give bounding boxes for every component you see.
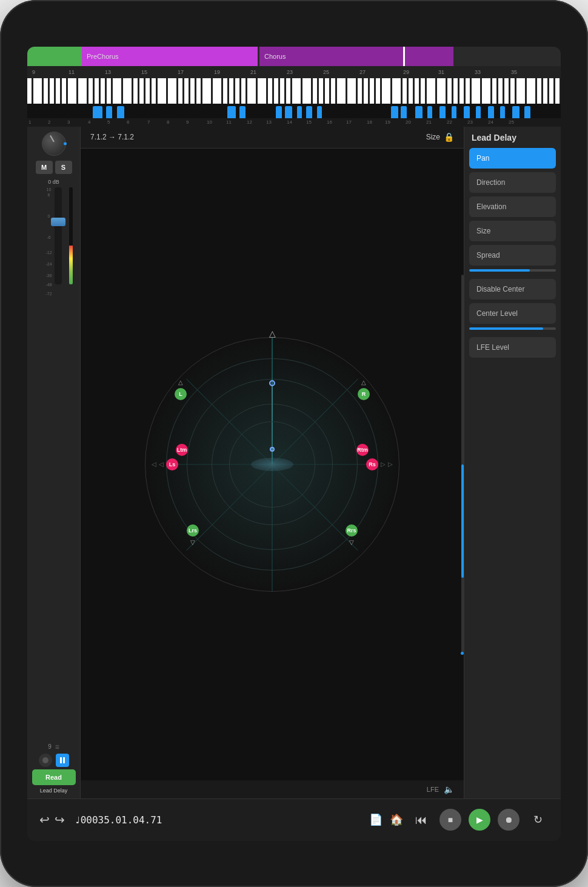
stop-icon: ■ — [448, 815, 453, 825]
panner-area: 7.1.2 → 7.1.2 Size 🔒 — [81, 127, 464, 798]
panner-footer: LFE 🔈 — [81, 780, 464, 798]
speaker-L-label: L — [175, 388, 187, 400]
beat-9: 9 — [32, 69, 35, 75]
beat-31: 31 — [438, 69, 444, 75]
speaker-Ltm[interactable]: Ltm — [176, 444, 188, 456]
automation-read-button[interactable]: Read — [32, 769, 76, 785]
size-label: Size — [476, 227, 490, 235]
loop-button[interactable]: ↻ — [527, 809, 549, 831]
scrollbar-v[interactable] — [461, 275, 464, 654]
playhead — [403, 47, 405, 66]
home-icon[interactable]: 🏠 — [390, 813, 403, 826]
speaker-Lrs-label: Lrs — [187, 524, 199, 537]
midi-note — [391, 106, 398, 119]
speaker-L-arrow: △ — [178, 379, 183, 386]
level-meter — [69, 187, 73, 284]
midi-note — [297, 106, 302, 119]
solo-button[interactable]: S — [55, 161, 72, 174]
pan-button[interactable]: Pan — [469, 148, 556, 169]
disable-center-button[interactable]: Disable Center — [469, 279, 556, 300]
speaker-Lrs[interactable]: Lrs ▽ — [187, 524, 199, 546]
segment-prechourus[interactable]: PreChorus — [82, 47, 258, 66]
scrollbar-thumb[interactable] — [461, 464, 464, 578]
pan-source[interactable] — [251, 458, 293, 471]
center-level-label: Center Level — [476, 309, 518, 318]
pan-circle[interactable]: △ △ L △ R — [145, 337, 399, 592]
record-icon: ⏺ — [504, 815, 513, 825]
spread-button[interactable]: Spread — [469, 245, 556, 266]
fader-track[interactable] — [55, 187, 62, 284]
size-label: Size — [426, 133, 440, 141]
db-scale: 10 6 0 -6 -12 -24 -36 -48 -72 — [45, 187, 52, 296]
channel-track-name: Lead Delay — [40, 788, 68, 794]
undo-button[interactable]: ↩ — [39, 812, 50, 827]
stop-button[interactable]: ■ — [439, 809, 461, 831]
direction-button[interactable]: Direction — [469, 172, 556, 193]
knob-dot — [64, 142, 67, 145]
midi-note — [239, 106, 246, 119]
segment-chorus[interactable]: Chorus — [259, 47, 453, 66]
pan-cursor-dot[interactable] — [270, 447, 275, 452]
lfe-speaker-icon[interactable]: 🔈 — [444, 785, 454, 794]
panner-canvas[interactable]: △ △ L △ R — [81, 149, 464, 780]
measure-numbers: 1 2 3 4 5 6 7 8 9 10 11 12 13 14 15 16 1… — [27, 118, 561, 127]
redo-button[interactable]: ↪ — [55, 812, 65, 827]
record-transport-button[interactable]: ⏺ — [498, 809, 520, 831]
lfe-level-button[interactable]: LFE Level — [469, 337, 556, 358]
play-button[interactable]: ▶ — [469, 809, 490, 831]
midi-note — [306, 106, 312, 119]
center-level-slider[interactable] — [469, 327, 556, 330]
rewind-button[interactable]: ⏮ — [410, 809, 432, 831]
speaker-Rs[interactable]: Rs ▷ ▷ — [366, 458, 393, 470]
segment-green — [27, 47, 82, 66]
rewind-icon: ⏮ — [415, 813, 427, 827]
lfe-level-label: LFE Level — [476, 343, 509, 352]
fader-thumb[interactable] — [51, 218, 65, 226]
spread-label: Spread — [476, 251, 500, 259]
channel-knob[interactable] — [42, 132, 66, 156]
speaker-L[interactable]: △ L — [175, 379, 187, 400]
record-button[interactable] — [39, 754, 52, 767]
midi-note — [452, 106, 456, 119]
speaker-Rrs[interactable]: Rrs ▽ — [346, 524, 358, 546]
pan-center-blob — [251, 458, 293, 471]
speaker-R[interactable]: △ R — [358, 379, 370, 400]
speaker-Lrs-arrow: ▽ — [190, 539, 195, 546]
tablet-screen: PreChorus Chorus 9 11 13 15 17 19 21 23 … — [27, 47, 561, 841]
elevation-label: Elevation — [476, 203, 506, 211]
beat-21: 21 — [250, 69, 256, 75]
document-icon[interactable]: 📄 — [369, 813, 383, 826]
pan-vector-line — [272, 386, 273, 459]
spread-slider[interactable] — [469, 269, 556, 272]
center-level-button[interactable]: Center Level — [469, 303, 556, 324]
track-number: 9 — [48, 743, 52, 750]
pause-bar-2 — [63, 757, 65, 763]
beat-15: 15 — [141, 69, 147, 75]
speaker-Ls[interactable]: ◁ ◁ Ls — [152, 458, 178, 470]
beat-25: 25 — [323, 69, 329, 75]
pan-point[interactable] — [269, 380, 275, 386]
size-button[interactable]: Size — [469, 221, 556, 241]
midi-note — [93, 106, 102, 119]
lock-icon[interactable]: 🔒 — [444, 132, 454, 142]
speaker-icon-rs-1: ▷ — [381, 461, 386, 467]
beat-23: 23 — [287, 69, 293, 75]
right-panel: Lead Delay Pan Direction Elevation Size — [464, 127, 561, 798]
transport-center: 📄 🏠 ⏮ ■ ▶ ⏺ — [369, 809, 549, 831]
mute-button[interactable]: M — [36, 161, 53, 174]
speaker-Rtm[interactable]: Rtm — [356, 444, 369, 456]
meter-fill — [69, 246, 73, 284]
speaker-Rrs-arrow: ▽ — [349, 539, 354, 546]
front-arrow: △ — [269, 329, 276, 338]
tablet-frame: PreChorus Chorus 9 11 13 15 17 19 21 23 … — [0, 0, 588, 887]
list-icon: ≡ — [55, 743, 59, 751]
midi-note — [415, 106, 423, 119]
speaker-icon-small-2: ◁ — [159, 461, 164, 467]
spread-fill — [469, 269, 530, 272]
midi-note — [464, 106, 470, 119]
channel-bottom: 9 ≡ Read Lead — [30, 740, 78, 794]
midi-note — [512, 106, 520, 119]
pause-button[interactable] — [56, 754, 69, 767]
elevation-button[interactable]: Elevation — [469, 196, 556, 217]
midi-note — [427, 106, 432, 119]
